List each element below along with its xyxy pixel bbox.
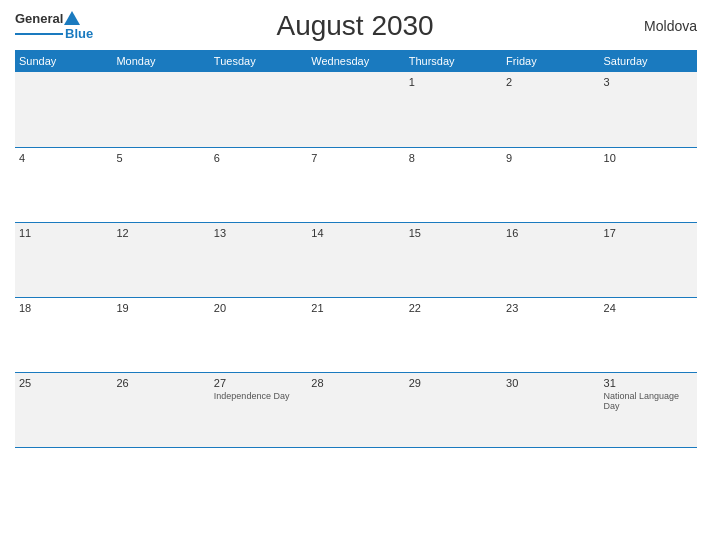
calendar-cell: 12 [112, 222, 209, 297]
calendar-cell: 28 [307, 372, 404, 447]
calendar-cell: 27Independence Day [210, 372, 307, 447]
day-number: 21 [311, 302, 400, 314]
col-monday: Monday [112, 50, 209, 72]
calendar-cell: 21 [307, 297, 404, 372]
page-header: General Blue August 2030 Moldova [15, 10, 697, 42]
day-number: 6 [214, 152, 303, 164]
calendar-cell: 24 [600, 297, 697, 372]
day-number: 23 [506, 302, 595, 314]
day-number: 30 [506, 377, 595, 389]
calendar-cell [15, 72, 112, 147]
calendar-header: Sunday Monday Tuesday Wednesday Thursday… [15, 50, 697, 72]
day-number: 4 [19, 152, 108, 164]
calendar-cell: 14 [307, 222, 404, 297]
calendar-body: 1234567891011121314151617181920212223242… [15, 72, 697, 447]
calendar-cell: 4 [15, 147, 112, 222]
calendar-cell: 20 [210, 297, 307, 372]
calendar-cell: 1 [405, 72, 502, 147]
day-number: 13 [214, 227, 303, 239]
calendar-cell: 26 [112, 372, 209, 447]
calendar-cell: 23 [502, 297, 599, 372]
calendar-cell: 2 [502, 72, 599, 147]
day-number: 9 [506, 152, 595, 164]
col-wednesday: Wednesday [307, 50, 404, 72]
day-number: 8 [409, 152, 498, 164]
calendar-cell: 6 [210, 147, 307, 222]
logo: General Blue [15, 11, 93, 41]
day-number: 14 [311, 227, 400, 239]
calendar-cell: 17 [600, 222, 697, 297]
day-number: 29 [409, 377, 498, 389]
calendar-cell: 22 [405, 297, 502, 372]
event-label: National Language Day [604, 391, 693, 413]
calendar-cell: 7 [307, 147, 404, 222]
calendar-cell: 31National Language Day [600, 372, 697, 447]
page-title: August 2030 [93, 10, 617, 42]
col-thursday: Thursday [405, 50, 502, 72]
calendar-week-row: 252627Independence Day28293031National L… [15, 372, 697, 447]
calendar-week-row: 18192021222324 [15, 297, 697, 372]
day-number: 24 [604, 302, 693, 314]
day-number: 31 [604, 377, 693, 389]
day-number: 11 [19, 227, 108, 239]
day-number: 26 [116, 377, 205, 389]
day-number: 5 [116, 152, 205, 164]
logo-triangle-icon [64, 11, 80, 25]
calendar-cell [112, 72, 209, 147]
weekday-row: Sunday Monday Tuesday Wednesday Thursday… [15, 50, 697, 72]
calendar-cell: 9 [502, 147, 599, 222]
calendar-cell [307, 72, 404, 147]
calendar-cell: 29 [405, 372, 502, 447]
day-number: 15 [409, 227, 498, 239]
day-number: 10 [604, 152, 693, 164]
calendar-cell: 30 [502, 372, 599, 447]
calendar-cell: 16 [502, 222, 599, 297]
calendar-cell: 11 [15, 222, 112, 297]
event-label: Independence Day [214, 391, 303, 402]
col-friday: Friday [502, 50, 599, 72]
day-number: 25 [19, 377, 108, 389]
calendar-table: Sunday Monday Tuesday Wednesday Thursday… [15, 50, 697, 448]
calendar-cell [210, 72, 307, 147]
day-number: 17 [604, 227, 693, 239]
day-number: 1 [409, 76, 498, 88]
calendar-cell: 18 [15, 297, 112, 372]
day-number: 28 [311, 377, 400, 389]
calendar-cell: 10 [600, 147, 697, 222]
col-tuesday: Tuesday [210, 50, 307, 72]
day-number: 18 [19, 302, 108, 314]
col-sunday: Sunday [15, 50, 112, 72]
day-number: 2 [506, 76, 595, 88]
logo-blue-text: Blue [65, 26, 93, 41]
day-number: 27 [214, 377, 303, 389]
day-number: 12 [116, 227, 205, 239]
calendar-week-row: 11121314151617 [15, 222, 697, 297]
calendar-cell: 3 [600, 72, 697, 147]
calendar-cell: 15 [405, 222, 502, 297]
day-number: 19 [116, 302, 205, 314]
calendar-week-row: 123 [15, 72, 697, 147]
calendar-cell: 25 [15, 372, 112, 447]
day-number: 7 [311, 152, 400, 164]
day-number: 16 [506, 227, 595, 239]
col-saturday: Saturday [600, 50, 697, 72]
logo-general-text: General [15, 11, 63, 26]
logo-line [15, 33, 63, 35]
calendar-cell: 8 [405, 147, 502, 222]
calendar-cell: 5 [112, 147, 209, 222]
calendar-cell: 19 [112, 297, 209, 372]
country-label: Moldova [617, 18, 697, 34]
day-number: 20 [214, 302, 303, 314]
day-number: 22 [409, 302, 498, 314]
calendar-cell: 13 [210, 222, 307, 297]
day-number: 3 [604, 76, 693, 88]
calendar-page: General Blue August 2030 Moldova Sunday … [0, 0, 712, 550]
calendar-week-row: 45678910 [15, 147, 697, 222]
